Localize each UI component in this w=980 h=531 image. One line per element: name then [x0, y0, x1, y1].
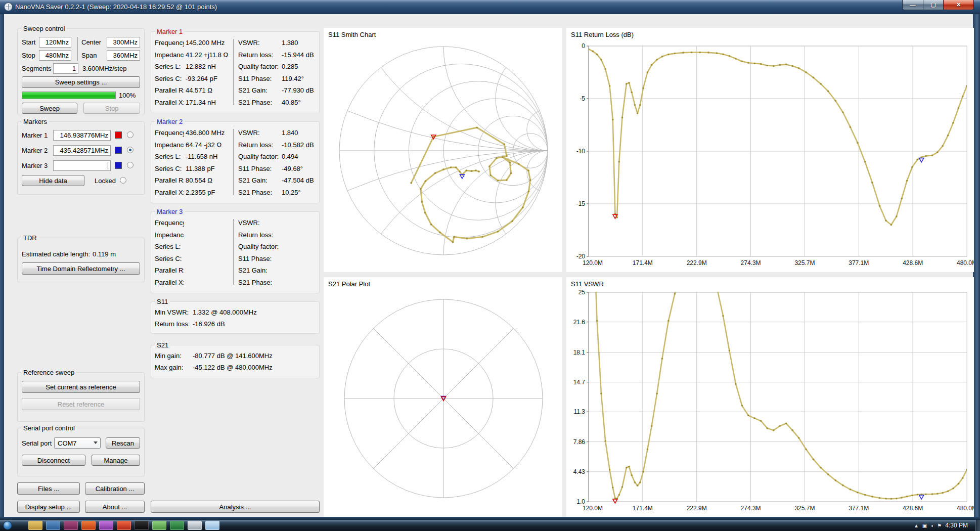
detail-cell: S21 Phase: [238, 99, 281, 106]
start-input[interactable]: 120Mhz [39, 37, 71, 48]
step-text: 3.600MHz/step [82, 65, 126, 72]
svg-text:120.0M: 120.0M [583, 505, 603, 512]
detail-cell: S11 Phase: [238, 165, 281, 172]
detail-cell: 436.800 MHz [186, 129, 234, 137]
return-loss-canvas[interactable]: 0-5-10-15-20120.0M171.4M222.9M274.3M325.… [566, 28, 974, 272]
app-purple-icon[interactable] [64, 521, 78, 530]
marker-frequency-input[interactable]: 146.938776MHz [53, 130, 111, 141]
marker-frequency-input[interactable]: 435.428571MHz [53, 145, 111, 156]
return-loss-panel[interactable]: S11 Return Loss (dB) 0-5-10-15-20120.0M1… [566, 28, 974, 272]
calibration-button[interactable]: Calibration ... [85, 482, 145, 495]
detail-cell: S11 Phase: [238, 255, 281, 262]
combo-arrow-icon [94, 441, 98, 444]
center-input[interactable]: 300MHz [107, 37, 140, 48]
action-center-flag-icon[interactable]: ⚑ [937, 523, 942, 528]
marker1-detail-box: Marker 1Frequency:145.200 MHzImpedance:4… [151, 31, 320, 113]
stop-input[interactable]: 480Mhz [39, 50, 71, 61]
detail-cell: 2.2355 pF [186, 189, 234, 196]
polar-plot-canvas[interactable] [324, 277, 562, 517]
sweep-settings-button[interactable]: Sweep settings ... [22, 76, 140, 88]
segments-input[interactable]: 1 [53, 63, 78, 74]
detail-cell: -10.582 dB [282, 141, 314, 149]
detail-divider [234, 219, 234, 285]
files-button[interactable]: Files ... [17, 482, 80, 495]
app-violet-icon[interactable] [99, 521, 113, 530]
show-hidden-icons[interactable]: ▲ [914, 523, 919, 528]
minimize-button[interactable]: — [902, 0, 923, 10]
analysis-button[interactable]: Analysis ... [151, 501, 320, 513]
detail-cell: -49.68° [282, 165, 303, 172]
smith-chart-canvas[interactable] [324, 28, 562, 272]
taskbar-clock[interactable]: 4:30 PM [945, 522, 968, 529]
detail-cell: Frequency: [155, 219, 184, 227]
sweep-button[interactable]: Sweep [22, 103, 77, 114]
app-blue-icon[interactable] [46, 521, 60, 530]
excel-green-icon[interactable] [170, 521, 184, 530]
sweep-control-group: Sweep control Start 120Mhz Center 300MHz… [17, 28, 145, 115]
s21-summary-box: S21Min gain:-80.777 dB @ 141.600MHzMax g… [151, 345, 320, 378]
svg-text:-15: -15 [576, 200, 586, 207]
show-desktop-button[interactable] [975, 520, 980, 531]
reset-reference-button[interactable]: Reset reference [22, 398, 140, 410]
marker-select-radio[interactable] [127, 131, 133, 138]
rescan-button[interactable]: Rescan [106, 437, 140, 449]
close-button[interactable]: ✕ [944, 0, 974, 10]
detail-cell: 12.882 nH [186, 63, 234, 70]
manage-button[interactable]: Manage [92, 455, 140, 466]
detail-cell: S11 Phase: [238, 75, 281, 82]
detail-cell: -77.930 dB [282, 86, 314, 94]
globe-gray-icon[interactable] [188, 521, 202, 530]
marker-frequency-input[interactable] [53, 160, 111, 171]
detail-cell: Parallel R: [155, 176, 184, 184]
svg-text:222.9M: 222.9M [687, 259, 707, 267]
set-reference-button[interactable]: Set current as reference [22, 381, 140, 393]
svg-text:274.3M: 274.3M [741, 259, 761, 267]
app-black-icon[interactable] [135, 521, 149, 530]
detail-cell: Series L: [155, 63, 184, 70]
serial-port-value: COM7 [58, 439, 77, 447]
marker-color-swatch[interactable] [115, 162, 122, 169]
serial-port-label: Serial port [22, 439, 52, 447]
summary-label: Min gain: [155, 352, 182, 360]
center-label: Center [81, 38, 101, 46]
stop-button[interactable]: Stop [83, 103, 140, 114]
marker-select-radio[interactable] [127, 147, 133, 153]
browser-orange-icon[interactable] [81, 521, 96, 530]
about-button[interactable]: About ... [85, 501, 145, 513]
summary-box-title: S21 [155, 341, 170, 349]
svg-text:377.1M: 377.1M [849, 505, 869, 512]
serial-port-combo[interactable]: COM7 [54, 437, 101, 449]
vswr-title: S11 VSWR [571, 280, 604, 288]
marker-color-swatch[interactable] [115, 131, 122, 139]
window-titlebar[interactable]: NanoVNA Saver 0.2.2-1 (Sweep: 2020-04-18… [0, 0, 980, 14]
stop-label: Stop [22, 52, 35, 59]
marker-select-radio[interactable] [127, 162, 133, 168]
tdr-button[interactable]: Time Domain Reflectometry ... [22, 262, 140, 275]
detail-cell: Return loss: [238, 141, 281, 149]
polar-plot-panel[interactable]: S21 Polar Plot [324, 277, 562, 517]
svg-text:14.7: 14.7 [573, 379, 586, 386]
volume-icon[interactable]: ◖ [930, 523, 933, 528]
vswr-panel[interactable]: S11 VSWR 2521.618.114.711.37.864.431.012… [566, 277, 974, 517]
network-icon[interactable]: ▣ [922, 523, 927, 528]
detail-cell: Parallel R: [155, 86, 184, 94]
app-red-stripes-icon[interactable] [117, 521, 131, 530]
detail-cell: Return loss: [238, 231, 281, 239]
explorer-folder-icon[interactable] [28, 521, 42, 530]
svg-text:325.7M: 325.7M [794, 259, 815, 267]
display-setup-button[interactable]: Display setup ... [17, 501, 80, 513]
span-input[interactable]: 360MHz [107, 50, 140, 61]
disconnect-button[interactable]: Disconnect [22, 455, 85, 466]
summary-label: Min VSWR: [155, 308, 189, 316]
detail-cell: 80.554 Ω [186, 176, 234, 184]
maximize-button[interactable]: ▢ [923, 0, 944, 10]
smith-chart-panel[interactable]: S11 Smith Chart [324, 28, 562, 272]
app-lightblue-icon[interactable] [205, 521, 219, 530]
start-button[interactable] [3, 521, 12, 530]
hide-data-button[interactable]: Hide data [22, 175, 84, 186]
marker-color-swatch[interactable] [115, 147, 122, 154]
locked-radio[interactable] [120, 177, 126, 184]
vswr-canvas[interactable]: 2521.618.114.711.37.864.431.0120.0M171.4… [566, 277, 974, 517]
detail-cell: Return loss: [238, 51, 281, 59]
app-green-window-icon[interactable] [152, 521, 166, 530]
